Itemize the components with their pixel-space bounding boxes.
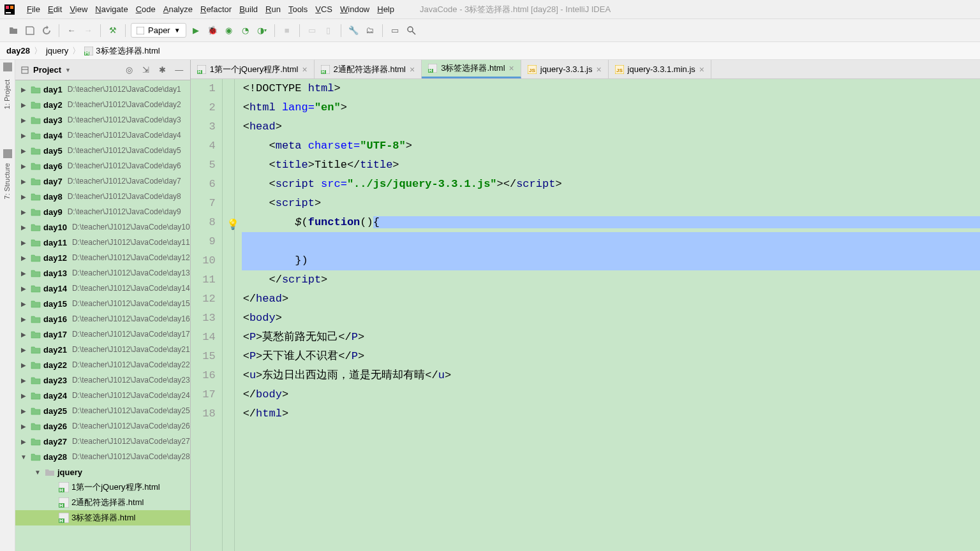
tree-arrow-icon[interactable]: ▶ (19, 207, 28, 216)
tree-arrow-icon[interactable]: ▶ (19, 284, 28, 293)
menu-window[interactable]: Window (336, 2, 373, 17)
tree-item[interactable]: ▶day6D:\teacher\J1012\JavaCode\day6 (15, 158, 190, 173)
intention-bulb-icon[interactable]: 💡 (226, 216, 239, 235)
project-tool-label[interactable]: 1: Project (0, 80, 24, 109)
build-icon[interactable]: ⚒ (106, 24, 120, 38)
tree-item[interactable]: ▶day21D:\teacher\J1012\JavaCode\day21 (15, 342, 190, 357)
editor-tab[interactable]: H3标签选择器.html× (422, 60, 521, 78)
tree-item[interactable]: ▶day17D:\teacher\J1012\JavaCode\day17 (15, 327, 190, 342)
menu-build[interactable]: Build (235, 2, 262, 17)
menu-code[interactable]: Code (132, 2, 160, 17)
save-icon[interactable] (23, 24, 37, 38)
presentation-icon[interactable]: ▭ (388, 24, 402, 38)
code-line[interactable]: <head> (242, 117, 980, 136)
menu-vcs[interactable]: VCS (311, 2, 336, 17)
tree-item[interactable]: ▶day2D:\teacher\J1012\JavaCode\day2 (15, 97, 190, 112)
tree-item[interactable]: ▶day24D:\teacher\J1012\JavaCode\day24 (15, 388, 190, 403)
tree-arrow-icon[interactable]: ▶ (19, 238, 28, 247)
search-icon[interactable] (405, 24, 419, 38)
tree-item[interactable]: ▶day13D:\teacher\J1012\JavaCode\day13 (15, 265, 190, 281)
code-content[interactable]: <!DOCTYPE html><html lang="en"><head> <m… (242, 79, 980, 551)
tree-arrow-icon[interactable]: ▶ (19, 422, 28, 430)
tree-item[interactable]: H1第一个jQuery程序.html (15, 480, 190, 495)
coverage-icon[interactable]: ◉ (222, 24, 236, 38)
tree-item[interactable]: ▶day27D:\teacher\J1012\JavaCode\day27 (15, 434, 190, 449)
tree-item[interactable]: ▶day26D:\teacher\J1012\JavaCode\day26 (15, 418, 190, 434)
tree-item[interactable]: ▶day7D:\teacher\J1012\JavaCode\day7 (15, 173, 190, 189)
tree-arrow-icon[interactable]: ▶ (19, 406, 28, 415)
code-editor[interactable]: 123456789101112131415161718 💡 <!DOCTYPE … (191, 79, 980, 551)
code-line[interactable]: <script> (242, 194, 980, 213)
run-icon[interactable]: ▶ (189, 24, 203, 38)
tree-arrow-icon[interactable]: ▶ (19, 437, 28, 446)
layout-icon[interactable]: ▭ (305, 24, 319, 38)
tree-item[interactable]: ▶day14D:\teacher\J1012\JavaCode\day14 (15, 281, 190, 296)
forward-icon[interactable]: → (81, 24, 95, 38)
tree-item[interactable]: H3标签选择器.html (15, 510, 190, 525)
menu-file[interactable]: File (23, 2, 44, 17)
breadcrumb-item[interactable]: day28 (6, 46, 30, 55)
code-line[interactable]: <html lang="en"> (242, 98, 980, 117)
tree-item[interactable]: H2通配符选择器.html (15, 495, 190, 510)
structure-tool-label[interactable]: 7: Structure (0, 163, 24, 200)
back-icon[interactable]: ← (64, 24, 78, 38)
stop-icon[interactable]: ■ (280, 24, 294, 38)
code-line[interactable]: <u>东边日出西边雨，道是无晴却有晴</u> (242, 366, 980, 385)
close-icon[interactable]: × (699, 64, 704, 75)
tree-arrow-icon[interactable]: ▶ (19, 314, 28, 323)
menu-run[interactable]: Run (262, 2, 285, 17)
code-line[interactable]: <P>莫愁前路无知己</P> (242, 328, 980, 347)
tree-arrow-icon[interactable]: ▶ (19, 345, 28, 354)
code-line[interactable]: </html> (242, 404, 980, 423)
tree-item[interactable]: ▶day23D:\teacher\J1012\JavaCode\day23 (15, 372, 190, 388)
concurrency-icon[interactable]: ◑▾ (255, 24, 269, 38)
tree-arrow-icon[interactable]: ▶ (19, 299, 28, 308)
tree-arrow-icon[interactable]: ▶ (19, 268, 28, 277)
code-line[interactable]: <P>天下谁人不识君</P> (242, 347, 980, 366)
tree-item[interactable]: ▼jquery (15, 464, 190, 480)
editor-tab[interactable]: JSjquery-3.3.1.min.js× (609, 60, 711, 78)
tree-arrow-icon[interactable]: ▼ (33, 467, 42, 476)
tree-arrow-icon[interactable] (47, 483, 56, 492)
tree-arrow-icon[interactable] (47, 513, 56, 522)
code-line[interactable]: <body> (242, 309, 980, 328)
close-icon[interactable]: × (509, 63, 514, 73)
editor-tab[interactable]: JSjquery-3.3.1.js× (521, 60, 609, 78)
menu-refactor[interactable]: Refactor (197, 2, 235, 17)
menu-edit[interactable]: Edit (44, 2, 66, 17)
tree-item[interactable]: ▶day15D:\teacher\J1012\JavaCode\day15 (15, 296, 190, 311)
code-line[interactable]: }) (242, 251, 980, 270)
code-line[interactable]: <meta charset="UTF-8"> (242, 136, 980, 156)
tree-arrow-icon[interactable]: ▶ (19, 115, 28, 124)
layout2-icon[interactable]: ▯ (322, 24, 336, 38)
locate-icon[interactable]: ◎ (124, 64, 135, 76)
tree-arrow-icon[interactable]: ▶ (19, 376, 28, 385)
menu-tools[interactable]: Tools (285, 2, 311, 17)
tree-arrow-icon[interactable]: ▶ (19, 330, 28, 339)
menu-view[interactable]: View (66, 2, 91, 17)
tree-item[interactable]: ▶day11D:\teacher\J1012\JavaCode\day11 (15, 235, 190, 250)
close-icon[interactable]: × (596, 64, 601, 75)
tree-item[interactable]: ▶day8D:\teacher\J1012\JavaCode\day8 (15, 189, 190, 204)
menu-help[interactable]: Help (373, 2, 398, 17)
tree-item[interactable]: ▶day5D:\teacher\J1012\JavaCode\day5 (15, 143, 190, 158)
editor-tab[interactable]: H1第一个jQuery程序.html× (191, 60, 315, 78)
settings-gear-icon[interactable]: ✱ (157, 64, 168, 76)
code-line[interactable]: <title>Title</title> (242, 156, 980, 175)
close-icon[interactable]: × (410, 64, 415, 75)
menu-analyze[interactable]: Analyze (160, 2, 197, 17)
tree-item[interactable]: ▶day12D:\teacher\J1012\JavaCode\day12 (15, 250, 190, 265)
menu-navigate[interactable]: Navigate (91, 2, 131, 17)
tree-item[interactable]: ▶day16D:\teacher\J1012\JavaCode\day16 (15, 311, 190, 327)
tree-item[interactable]: ▶day10D:\teacher\J1012\JavaCode\day10 (15, 219, 190, 235)
settings-icon[interactable]: 🔧 (346, 24, 360, 38)
tree-arrow-icon[interactable] (47, 498, 56, 507)
tree-arrow-icon[interactable]: ▶ (19, 360, 28, 369)
tree-item[interactable]: ▶day9D:\teacher\J1012\JavaCode\day9 (15, 204, 190, 219)
close-icon[interactable]: × (302, 64, 307, 75)
tree-arrow-icon[interactable]: ▶ (19, 131, 28, 140)
refresh-icon[interactable] (40, 24, 54, 38)
project-view-selector[interactable]: Project ▼ (20, 65, 71, 75)
code-line[interactable]: <script src="../js/jquery-3.3.1.js"></sc… (242, 175, 980, 194)
tree-arrow-icon[interactable]: ▶ (19, 253, 28, 262)
